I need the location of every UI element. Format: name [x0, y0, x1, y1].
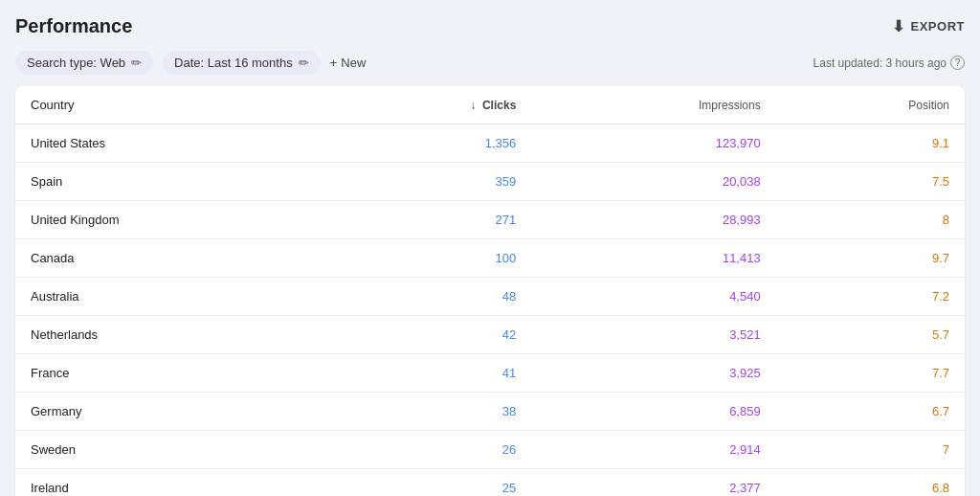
cell-country: France — [15, 354, 330, 393]
new-filter-label: New — [341, 56, 366, 70]
cell-clicks: 41 — [330, 354, 532, 393]
cell-impressions: 6,859 — [531, 393, 775, 431]
cell-clicks: 359 — [330, 163, 532, 201]
edit-icon-date: ✏ — [299, 56, 309, 70]
date-label: Date: Last 16 months — [174, 56, 293, 70]
cell-country: Germany — [15, 393, 330, 431]
col-header-impressions[interactable]: Impressions — [531, 86, 775, 124]
page-container: Performance ⬇ EXPORT Search type: Web ✏ … — [0, 0, 980, 496]
cell-impressions: 2,377 — [531, 469, 775, 497]
cell-country: Canada — [15, 239, 330, 278]
export-icon: ⬇ — [892, 17, 905, 35]
table-row: Australia 48 4,540 7.2 — [15, 278, 965, 316]
table-row: France 41 3,925 7.7 — [15, 354, 965, 393]
page-title: Performance — [15, 15, 132, 37]
cell-impressions: 2,914 — [531, 431, 775, 469]
cell-position: 7.2 — [776, 278, 965, 316]
filters-left: Search type: Web ✏ Date: Last 16 months … — [15, 51, 366, 75]
cell-country: Spain — [15, 163, 330, 201]
table-header-row: Country ↓ Clicks Impressions Position — [15, 86, 965, 124]
date-filter[interactable]: Date: Last 16 months ✏ — [163, 51, 321, 75]
export-button[interactable]: ⬇ EXPORT — [892, 17, 965, 35]
cell-country: Ireland — [15, 469, 330, 497]
cell-clicks: 26 — [330, 431, 532, 469]
cell-impressions: 11,413 — [531, 239, 775, 278]
cell-clicks: 100 — [330, 239, 532, 278]
cell-position: 7 — [776, 431, 965, 469]
table-row: Spain 359 20,038 7.5 — [15, 163, 965, 201]
cell-impressions: 4,540 — [531, 278, 775, 316]
cell-country: United States — [15, 124, 330, 163]
cell-position: 6.7 — [776, 393, 965, 431]
table-row: United Kingdom 271 28,993 8 — [15, 201, 965, 239]
col-header-position[interactable]: Position — [776, 86, 965, 124]
cell-impressions: 3,925 — [531, 354, 775, 393]
col-header-country: Country — [15, 86, 330, 124]
cell-position: 5.7 — [776, 316, 965, 354]
cell-country: United Kingdom — [15, 201, 330, 239]
cell-impressions: 28,993 — [531, 201, 775, 239]
sort-down-icon: ↓ — [471, 99, 477, 112]
help-icon[interactable]: ? — [950, 56, 965, 70]
table-row: United States 1,356 123,970 9.1 — [15, 124, 965, 163]
cell-impressions: 123,970 — [531, 124, 775, 163]
cell-clicks: 25 — [330, 469, 532, 497]
export-label: EXPORT — [911, 19, 965, 34]
cell-impressions: 20,038 — [531, 163, 775, 201]
new-filter-button[interactable]: + New — [330, 56, 367, 70]
table-row: Ireland 25 2,377 6.8 — [15, 469, 965, 497]
cell-position: 9.1 — [776, 124, 965, 163]
table-row: Canada 100 11,413 9.7 — [15, 239, 965, 278]
cell-country: Sweden — [15, 431, 330, 469]
cell-clicks: 38 — [330, 393, 532, 431]
table-row: Germany 38 6,859 6.7 — [15, 393, 965, 431]
cell-country: Australia — [15, 278, 330, 316]
cell-position: 9.7 — [776, 239, 965, 278]
col-header-clicks[interactable]: ↓ Clicks — [330, 86, 532, 124]
table-row: Netherlands 42 3,521 5.7 — [15, 316, 965, 354]
cell-position: 7.5 — [776, 163, 965, 201]
cell-position: 6.8 — [776, 469, 965, 497]
table-row: Sweden 26 2,914 7 — [15, 431, 965, 469]
cell-clicks: 42 — [330, 316, 532, 354]
data-table: Country ↓ Clicks Impressions Position Un… — [15, 86, 965, 496]
plus-icon: + — [330, 56, 338, 70]
table-body: United States 1,356 123,970 9.1 Spain 35… — [15, 124, 965, 497]
table-container: Country ↓ Clicks Impressions Position Un… — [15, 86, 965, 496]
cell-country: Netherlands — [15, 316, 330, 354]
cell-clicks: 48 — [330, 278, 532, 316]
cell-clicks: 1,356 — [330, 124, 532, 163]
col-clicks-label: Clicks — [482, 99, 516, 112]
cell-clicks: 271 — [330, 201, 532, 239]
cell-impressions: 3,521 — [531, 316, 775, 354]
cell-position: 7.7 — [776, 354, 965, 393]
header-row: Performance ⬇ EXPORT — [15, 15, 965, 37]
search-type-label: Search type: Web — [27, 56, 125, 70]
filters-row: Search type: Web ✏ Date: Last 16 months … — [15, 51, 965, 75]
last-updated-text: Last updated: 3 hours ago — [813, 56, 947, 70]
filters-right: Last updated: 3 hours ago ? — [813, 56, 965, 70]
cell-position: 8 — [776, 201, 965, 239]
search-type-filter[interactable]: Search type: Web ✏ — [15, 51, 153, 75]
edit-icon: ✏ — [131, 56, 142, 70]
